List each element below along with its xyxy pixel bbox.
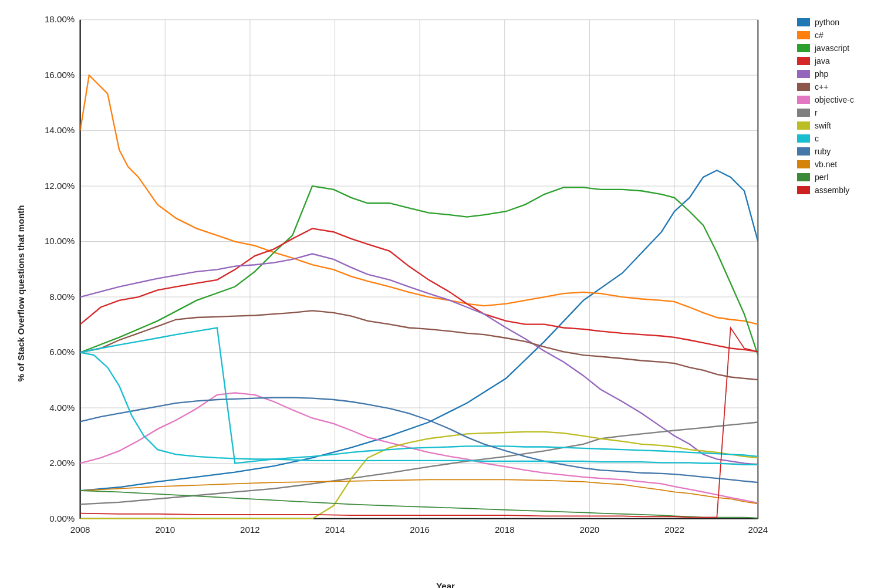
legend-color-assembly	[797, 186, 810, 194]
legend-color-cpp	[797, 83, 810, 91]
legend-color-csharp	[797, 31, 810, 39]
legend-item-javascript: javascript	[797, 43, 879, 53]
legend-item-perl: perl	[797, 173, 879, 182]
legend-label-assembly: assembly	[815, 185, 849, 195]
chart-svg: 0.00% 2.00% 4.00% 6.00% 8.00% 10.00% 12.…	[32, 12, 785, 575]
legend-label-ruby: ruby	[815, 147, 831, 156]
legend-label-objectivec: objective-c	[815, 95, 854, 104]
svg-text:16.00%: 16.00%	[45, 70, 75, 80]
legend-label-vbnet: vb.net	[815, 160, 837, 169]
legend-label-python: python	[815, 18, 839, 27]
legend-label-javascript: javascript	[815, 43, 849, 53]
svg-text:2014: 2014	[325, 525, 345, 535]
legend-color-swift	[797, 121, 810, 130]
svg-text:2020: 2020	[580, 525, 600, 535]
svg-text:2018: 2018	[495, 525, 515, 535]
chart-container: % of Stack Overflow questions that month	[0, 0, 891, 588]
legend-label-c: c	[815, 134, 819, 143]
svg-text:10.00%: 10.00%	[45, 236, 75, 246]
legend-color-r	[797, 109, 810, 117]
legend-item-java: java	[797, 56, 879, 66]
legend-item-cpp: c++	[797, 82, 879, 92]
svg-text:2008: 2008	[70, 525, 90, 535]
svg-text:14.00%: 14.00%	[45, 125, 75, 135]
legend-label-r: r	[815, 108, 818, 117]
x-axis-label: Year	[436, 581, 455, 588]
legend-item-vbnet: vb.net	[797, 160, 879, 169]
legend-label-swift: swift	[815, 121, 831, 130]
svg-text:2024: 2024	[748, 525, 768, 535]
legend-color-ruby	[797, 147, 810, 156]
svg-text:2010: 2010	[155, 525, 175, 535]
svg-text:2016: 2016	[410, 525, 430, 535]
legend-item-python: python	[797, 18, 879, 27]
legend-color-javascript	[797, 44, 810, 52]
svg-text:18.00%: 18.00%	[45, 14, 75, 24]
legend-item-assembly: assembly	[797, 185, 879, 195]
legend-label-php: php	[815, 69, 828, 79]
legend-color-java	[797, 57, 810, 65]
legend-color-c	[797, 134, 810, 143]
svg-text:2022: 2022	[664, 525, 684, 535]
svg-text:6.00%: 6.00%	[49, 347, 75, 357]
legend-color-php	[797, 70, 810, 78]
svg-text:4.00%: 4.00%	[49, 403, 75, 413]
legend-item-r: r	[797, 108, 879, 117]
chart-legend: python c# javascript java php	[785, 12, 879, 575]
legend-label-java: java	[815, 56, 830, 66]
svg-text:0.00%: 0.00%	[49, 513, 75, 523]
y-axis-label: % of Stack Overflow questions that month	[12, 12, 29, 575]
chart-plot-area: 0.00% 2.00% 4.00% 6.00% 8.00% 10.00% 12.…	[32, 12, 785, 575]
legend-color-perl	[797, 173, 810, 181]
legend-color-vbnet	[797, 160, 810, 168]
legend-label-perl: perl	[815, 173, 828, 182]
legend-item-swift: swift	[797, 121, 879, 130]
legend-color-objectivec	[797, 96, 810, 104]
legend-item-c: c	[797, 134, 879, 143]
legend-item-php: php	[797, 69, 879, 79]
legend-item-ruby: ruby	[797, 147, 879, 156]
svg-text:2.00%: 2.00%	[49, 458, 75, 468]
legend-item-csharp: c#	[797, 31, 879, 40]
svg-text:2012: 2012	[240, 525, 260, 535]
legend-label-csharp: c#	[815, 31, 824, 40]
svg-text:12.00%: 12.00%	[45, 181, 75, 191]
svg-text:8.00%: 8.00%	[49, 292, 75, 302]
legend-label-cpp: c++	[815, 82, 828, 92]
legend-color-python	[797, 18, 810, 26]
legend-item-objectivec: objective-c	[797, 95, 879, 104]
